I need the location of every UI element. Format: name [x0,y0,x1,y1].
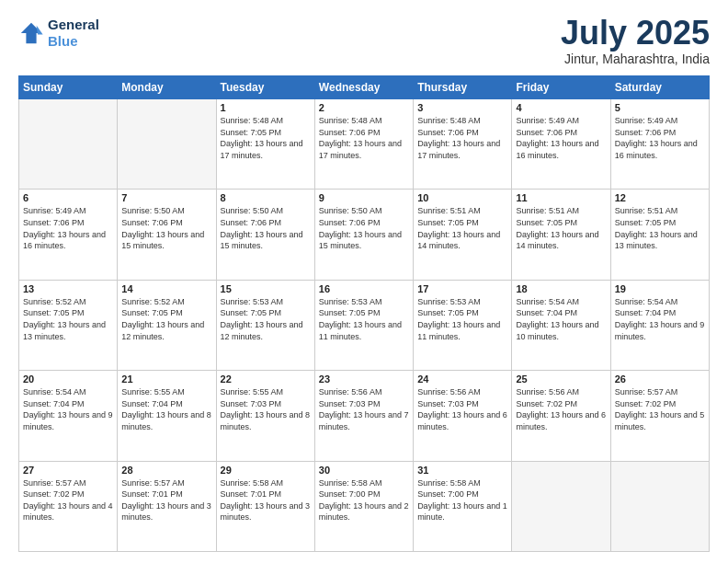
day-number: 5 [615,102,705,113]
day-number: 29 [221,465,311,476]
day-info: Sunrise: 5:54 AM Sunset: 7:04 PM Dayligh… [23,386,113,432]
day-cell-w4d1: 20Sunrise: 5:54 AM Sunset: 7:04 PM Dayli… [19,371,118,461]
day-info: Sunrise: 5:51 AM Sunset: 7:05 PM Dayligh… [615,205,705,251]
col-tuesday: Tuesday [216,76,314,99]
day-number: 21 [121,373,211,385]
day-info: Sunrise: 5:58 AM Sunset: 7:00 PM Dayligh… [319,477,409,523]
col-friday: Friday [512,76,610,99]
day-number: 4 [516,102,606,113]
day-number: 24 [417,373,507,385]
day-cell-w1d2 [118,99,216,190]
week-row-2: 6Sunrise: 5:49 AM Sunset: 7:06 PM Daylig… [19,190,710,280]
col-wednesday: Wednesday [314,76,413,99]
day-info: Sunrise: 5:58 AM Sunset: 7:01 PM Dayligh… [221,477,311,523]
col-thursday: Thursday [414,76,512,99]
day-info: Sunrise: 5:53 AM Sunset: 7:05 PM Dayligh… [417,296,507,342]
day-number: 8 [221,192,311,203]
day-number: 1 [221,102,311,113]
day-cell-w3d1: 13Sunrise: 5:52 AM Sunset: 7:05 PM Dayli… [19,280,118,370]
day-cell-w2d1: 6Sunrise: 5:49 AM Sunset: 7:06 PM Daylig… [19,190,118,280]
day-cell-w3d5: 17Sunrise: 5:53 AM Sunset: 7:05 PM Dayli… [414,280,512,370]
day-info: Sunrise: 5:58 AM Sunset: 7:00 PM Dayligh… [417,477,507,523]
day-number: 25 [516,373,606,385]
day-cell-w2d5: 10Sunrise: 5:51 AM Sunset: 7:05 PM Dayli… [414,190,512,280]
day-number: 30 [319,465,409,476]
day-cell-w2d3: 8Sunrise: 5:50 AM Sunset: 7:06 PM Daylig… [216,190,314,280]
day-info: Sunrise: 5:48 AM Sunset: 7:06 PM Dayligh… [319,115,409,161]
day-cell-w4d5: 24Sunrise: 5:56 AM Sunset: 7:03 PM Dayli… [414,371,512,461]
day-info: Sunrise: 5:49 AM Sunset: 7:06 PM Dayligh… [615,115,705,161]
day-number: 13 [23,283,113,294]
col-monday: Monday [118,76,216,99]
day-number: 20 [23,373,113,385]
day-info: Sunrise: 5:53 AM Sunset: 7:05 PM Dayligh… [319,296,409,342]
logo: General Blue [18,17,99,50]
day-number: 31 [417,465,507,476]
logo-icon [18,20,44,46]
week-row-1: 1Sunrise: 5:48 AM Sunset: 7:05 PM Daylig… [19,99,710,190]
day-cell-w5d5: 31Sunrise: 5:58 AM Sunset: 7:00 PM Dayli… [414,461,512,551]
logo-line1: General [48,17,99,33]
week-row-3: 13Sunrise: 5:52 AM Sunset: 7:05 PM Dayli… [19,280,710,370]
day-cell-w1d7: 5Sunrise: 5:49 AM Sunset: 7:06 PM Daylig… [610,99,709,190]
day-number: 11 [516,192,606,203]
day-info: Sunrise: 5:56 AM Sunset: 7:02 PM Dayligh… [516,386,606,432]
day-cell-w2d7: 12Sunrise: 5:51 AM Sunset: 7:05 PM Dayli… [610,190,709,280]
day-number: 19 [615,283,705,294]
day-number: 15 [221,283,311,294]
day-cell-w4d4: 23Sunrise: 5:56 AM Sunset: 7:03 PM Dayli… [314,371,413,461]
day-info: Sunrise: 5:48 AM Sunset: 7:06 PM Dayligh… [417,115,507,161]
day-number: 10 [417,192,507,203]
day-cell-w3d6: 18Sunrise: 5:54 AM Sunset: 7:04 PM Dayli… [512,280,610,370]
logo-line2: Blue [48,33,99,50]
day-cell-w5d2: 28Sunrise: 5:57 AM Sunset: 7:01 PM Dayli… [118,461,216,551]
calendar-header-row: Sunday Monday Tuesday Wednesday Thursday… [19,76,710,99]
day-info: Sunrise: 5:56 AM Sunset: 7:03 PM Dayligh… [319,386,409,432]
day-cell-w5d3: 29Sunrise: 5:58 AM Sunset: 7:01 PM Dayli… [216,461,314,551]
day-number: 16 [319,283,409,294]
day-number: 28 [121,465,211,476]
day-info: Sunrise: 5:50 AM Sunset: 7:06 PM Dayligh… [319,205,409,251]
day-cell-w5d4: 30Sunrise: 5:58 AM Sunset: 7:00 PM Dayli… [314,461,413,551]
day-cell-w5d1: 27Sunrise: 5:57 AM Sunset: 7:02 PM Dayli… [19,461,118,551]
day-info: Sunrise: 5:51 AM Sunset: 7:05 PM Dayligh… [516,205,606,251]
day-info: Sunrise: 5:54 AM Sunset: 7:04 PM Dayligh… [516,296,606,342]
logo-text: General Blue [48,17,99,50]
day-cell-w4d7: 26Sunrise: 5:57 AM Sunset: 7:02 PM Dayli… [610,371,709,461]
day-cell-w4d6: 25Sunrise: 5:56 AM Sunset: 7:02 PM Dayli… [512,371,610,461]
day-cell-w2d2: 7Sunrise: 5:50 AM Sunset: 7:06 PM Daylig… [118,190,216,280]
day-info: Sunrise: 5:52 AM Sunset: 7:05 PM Dayligh… [23,296,113,342]
day-cell-w4d2: 21Sunrise: 5:55 AM Sunset: 7:04 PM Dayli… [118,371,216,461]
day-info: Sunrise: 5:50 AM Sunset: 7:06 PM Dayligh… [221,205,311,251]
day-number: 27 [23,465,113,476]
header: General Blue July 2025 Jintur, Maharasht… [18,17,710,66]
day-cell-w2d4: 9Sunrise: 5:50 AM Sunset: 7:06 PM Daylig… [314,190,413,280]
day-cell-w2d6: 11Sunrise: 5:51 AM Sunset: 7:05 PM Dayli… [512,190,610,280]
day-info: Sunrise: 5:57 AM Sunset: 7:02 PM Dayligh… [23,477,113,523]
day-number: 3 [417,102,507,113]
week-row-5: 27Sunrise: 5:57 AM Sunset: 7:02 PM Dayli… [19,461,710,551]
day-cell-w1d6: 4Sunrise: 5:49 AM Sunset: 7:06 PM Daylig… [512,99,610,190]
day-number: 22 [221,373,311,385]
day-cell-w1d4: 2Sunrise: 5:48 AM Sunset: 7:06 PM Daylig… [314,99,413,190]
month-title: July 2025 [561,17,710,50]
day-cell-w3d7: 19Sunrise: 5:54 AM Sunset: 7:04 PM Dayli… [610,280,709,370]
day-cell-w1d5: 3Sunrise: 5:48 AM Sunset: 7:06 PM Daylig… [414,99,512,190]
col-sunday: Sunday [19,76,118,99]
day-number: 17 [417,283,507,294]
day-number: 7 [121,192,211,203]
day-info: Sunrise: 5:51 AM Sunset: 7:05 PM Dayligh… [417,205,507,251]
day-number: 23 [319,373,409,385]
title-block: July 2025 Jintur, Maharashtra, India [561,17,710,66]
day-info: Sunrise: 5:48 AM Sunset: 7:05 PM Dayligh… [221,115,311,161]
day-cell-w5d7 [610,461,709,551]
day-info: Sunrise: 5:49 AM Sunset: 7:06 PM Dayligh… [23,205,113,251]
day-cell-w3d4: 16Sunrise: 5:53 AM Sunset: 7:05 PM Dayli… [314,280,413,370]
col-saturday: Saturday [610,76,709,99]
day-cell-w1d3: 1Sunrise: 5:48 AM Sunset: 7:05 PM Daylig… [216,99,314,190]
day-info: Sunrise: 5:57 AM Sunset: 7:01 PM Dayligh… [121,477,211,523]
day-info: Sunrise: 5:53 AM Sunset: 7:05 PM Dayligh… [221,296,311,342]
day-cell-w3d2: 14Sunrise: 5:52 AM Sunset: 7:05 PM Dayli… [118,280,216,370]
day-info: Sunrise: 5:55 AM Sunset: 7:04 PM Dayligh… [121,386,211,432]
day-number: 12 [615,192,705,203]
